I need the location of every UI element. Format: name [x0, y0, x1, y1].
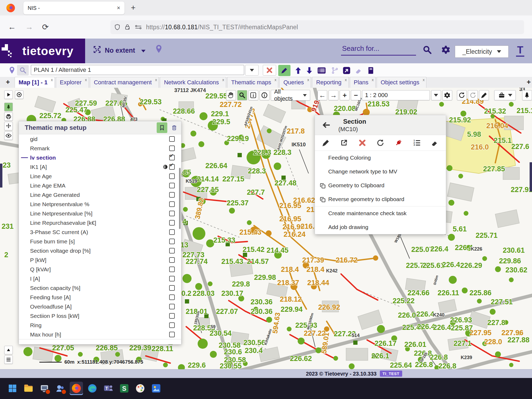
context-menu-item[interactable]: Geometry to Clipboard [315, 178, 446, 192]
lock-warning-icon[interactable] [124, 24, 131, 30]
reload-button[interactable]: ⟳ [42, 22, 49, 32]
numbered-list-icon[interactable]: 123 [413, 139, 421, 147]
plan-dropdown-button[interactable] [245, 65, 259, 76]
plan-pin-icon[interactable] [9, 66, 15, 75]
attribute-checkbox[interactable] [169, 201, 175, 207]
edge-icon[interactable] [86, 382, 99, 395]
scale-input[interactable]: 1 : 2 000 [362, 90, 430, 100]
attribute-checkbox[interactable] [169, 192, 175, 198]
close-tab-icon[interactable]: × [117, 5, 120, 11]
zoom-in-button[interactable]: + [340, 90, 350, 100]
pan-hand-button[interactable] [226, 90, 236, 100]
tab-close-icon[interactable]: x [222, 77, 225, 82]
tab-close-icon[interactable]: x [345, 77, 347, 82]
attribute-checkbox[interactable] [169, 146, 175, 151]
thematic-attribute-row[interactable]: Q [kVAr] [19, 265, 181, 274]
tab-close-icon[interactable]: x [307, 77, 309, 82]
target-tool-button[interactable] [15, 90, 23, 99]
sync-icon[interactable] [376, 139, 384, 147]
plan-list-button[interactable] [315, 65, 328, 76]
info-box-button[interactable] [248, 90, 258, 100]
tab-close-icon[interactable]: x [275, 77, 277, 82]
attribute-checkbox[interactable] [169, 173, 175, 179]
open-in-new-icon[interactable] [340, 139, 348, 147]
thematic-attribute-row[interactable]: Line Age EMA [19, 181, 181, 190]
map-settings-button[interactable] [442, 90, 452, 100]
plug-icon[interactable] [394, 139, 402, 147]
thematic-attribute-row[interactable]: —lv section✔ [19, 153, 181, 162]
workspace-tab[interactable]: Thematic mapsx [227, 77, 278, 88]
attribute-checkbox[interactable] [169, 220, 175, 226]
erase-icon[interactable] [431, 139, 439, 147]
scroll-up-button[interactable] [4, 346, 13, 354]
start-button[interactable] [6, 382, 19, 395]
attribute-checkbox[interactable] [169, 276, 175, 281]
back-button[interactable]: ← [8, 22, 16, 31]
thematic-attribute-row[interactable]: Section capacity [%] [19, 283, 181, 293]
panel-scrollbar[interactable] [179, 168, 181, 229]
delete-x-icon[interactable] [358, 139, 366, 147]
shield-icon[interactable] [114, 24, 120, 30]
workspace-tab[interactable]: Contract managementx [90, 77, 159, 88]
thematic-attribute-row[interactable]: 3-Phase SC current (A) [19, 227, 181, 237]
file-explorer-icon[interactable] [22, 382, 35, 395]
extent-label[interactable]: No extent [105, 47, 135, 54]
add-tab-button-right[interactable]: + [527, 78, 531, 86]
teams-chat-icon[interactable] [54, 382, 67, 395]
location-pin-icon[interactable] [155, 44, 163, 55]
text-tool-button[interactable]: T [516, 44, 524, 57]
add-tab-button[interactable]: + [6, 78, 10, 86]
open-external-button[interactable] [340, 65, 353, 76]
network-type-select[interactable]: _Electricity [455, 45, 509, 58]
scale-dropdown-button[interactable] [431, 90, 441, 100]
attribute-checkbox[interactable] [169, 136, 175, 142]
history-forward-button[interactable]: → [329, 90, 338, 100]
version-branch-icon[interactable] [329, 65, 341, 76]
thematic-attribute-row[interactable]: Feeding fuse [A] [19, 293, 181, 302]
print-button[interactable] [4, 112, 13, 121]
context-menu-item[interactable]: Feeding Coloring [315, 151, 446, 165]
move-down-button[interactable] [303, 65, 315, 76]
zoom-out-button[interactable]: − [351, 90, 361, 100]
s-app-icon[interactable]: S [118, 382, 131, 395]
tab-close-icon[interactable]: x [423, 77, 425, 82]
context-menu-item[interactable]: Create maintenance check task [315, 206, 446, 220]
thematic-attribute-row[interactable]: Line Netpresentvalue % [19, 200, 181, 209]
attribute-checkbox[interactable] [169, 332, 175, 337]
browser-tab[interactable]: NIS - × [23, 2, 124, 14]
attribute-checkbox[interactable] [169, 248, 175, 253]
right-panel-handle[interactable] [530, 162, 532, 192]
eraser-icon[interactable] [353, 65, 365, 76]
tab-close-icon[interactable]: x [372, 77, 374, 82]
attribute-checkbox[interactable] [169, 183, 175, 188]
tools-menu-button[interactable] [494, 90, 516, 100]
thematic-attribute-row[interactable]: Sectiion P loss [kW] [19, 311, 181, 321]
rotate-map-button[interactable] [468, 90, 478, 100]
bookmark-icon[interactable] [157, 122, 167, 133]
paint-icon[interactable] [134, 382, 147, 395]
photos-icon[interactable] [149, 382, 163, 395]
url-field[interactable]: https://10.68.0.181/NIS_TI_TEST/#themati… [110, 20, 524, 34]
plan-search-icon[interactable] [17, 65, 29, 76]
extent-caret-icon[interactable] [141, 50, 146, 52]
workspace-tab[interactable]: Object settingsx [377, 77, 427, 88]
move-tool-button[interactable] [4, 122, 13, 130]
workspace-tab[interactable]: Map [1] - 1x [15, 77, 55, 88]
thematic-attribute-row[interactable]: Ring [19, 321, 181, 330]
thematic-attribute-row[interactable]: Section voltage drop [%] [19, 246, 181, 255]
attribute-checkbox[interactable] [169, 304, 175, 309]
workspace-tab[interactable]: Queriesx [279, 77, 311, 88]
zoom-select-button[interactable] [237, 90, 247, 100]
forward-button[interactable]: → [25, 22, 33, 31]
new-tab-button[interactable]: + [131, 4, 136, 12]
context-menu-item[interactable]: Add job drawing [315, 220, 446, 234]
map-viewport[interactable]: 37112 JK47433229.55227.72229.53227.59227… [0, 88, 532, 369]
attribute-checkbox[interactable] [169, 239, 175, 244]
attribute-checkbox-checked[interactable]: ✔ [169, 155, 175, 160]
history-back-button[interactable]: ← [318, 90, 327, 100]
workspace-tab[interactable]: Network Calculationsx [160, 77, 226, 88]
tab-close-icon[interactable]: x [155, 77, 157, 82]
snipping-tool-icon[interactable] [38, 382, 51, 395]
vegetation-button[interactable] [522, 90, 532, 100]
firefox-taskbar-icon[interactable] [70, 382, 83, 395]
